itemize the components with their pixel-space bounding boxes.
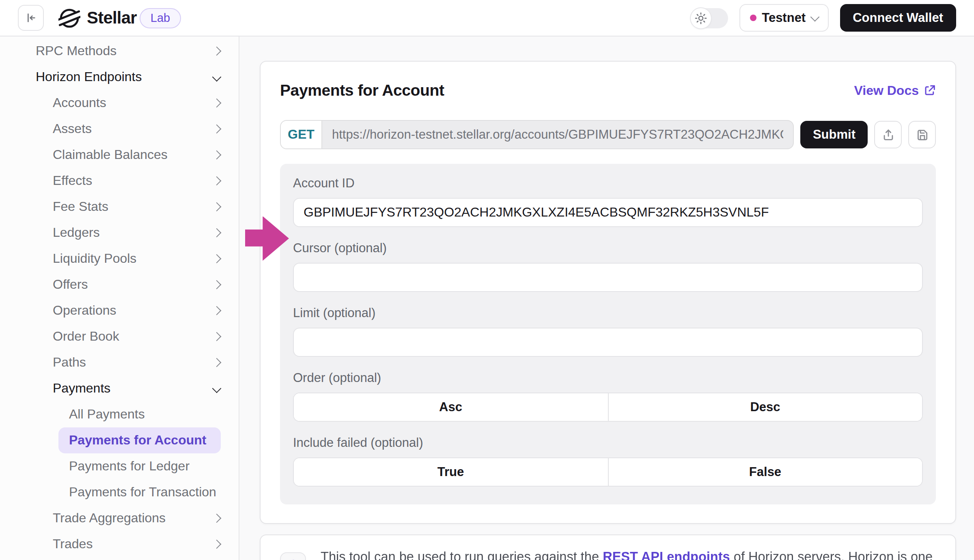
sidebar-item-payments-for-ledger[interactable]: Payments for Ledger: [0, 453, 239, 479]
chevron-icon: [212, 47, 222, 56]
sidebar-item-label: Offers: [53, 277, 88, 292]
info-text: This tool can be used to run queries aga…: [321, 548, 936, 560]
field-label: Order (optional): [293, 370, 923, 386]
chevron-icon: [212, 73, 222, 82]
info-text-before: This tool can be used to run queries aga…: [321, 549, 603, 560]
rest-api-endpoints-link[interactable]: REST API endpoints: [603, 549, 730, 560]
field-limit: Limit (optional): [293, 305, 923, 357]
info-icon-chip: [280, 552, 306, 560]
share-request-button[interactable]: [874, 121, 902, 148]
order-segmented-control: Asc Desc: [293, 393, 923, 422]
sidebar-item-label: Assets: [53, 122, 92, 136]
chevron-down-icon: [810, 12, 819, 21]
app-header: Stellar Lab: [0, 0, 974, 36]
sidebar-item-label: Operations: [53, 303, 116, 318]
sidebar-item-label: Payments: [53, 381, 110, 396]
save-icon: [915, 128, 929, 142]
endpoint-card: Payments for Account View Docs GET: [260, 61, 956, 524]
stellar-logo[interactable]: Stellar: [58, 7, 137, 29]
stellar-logo-icon: [58, 7, 80, 29]
sidebar-item-label: All Payments: [69, 407, 145, 422]
save-request-button[interactable]: [908, 121, 936, 148]
sidebar-item-label: Trade Aggregations: [53, 511, 166, 526]
include-failed-false-button[interactable]: False: [608, 458, 922, 486]
sidebar-item-payments-for-account[interactable]: Payments for Account: [58, 427, 221, 453]
sidebar-item-ledgers[interactable]: Ledgers: [0, 220, 239, 246]
request-row: GET Submit: [280, 120, 936, 149]
sidebar-item-operations[interactable]: Operations: [0, 298, 239, 324]
sidebar-item-paths[interactable]: Paths: [0, 350, 239, 375]
external-link-icon: [924, 84, 936, 97]
sidebar-item-effects[interactable]: Effects: [0, 168, 239, 194]
sidebar-item-offers[interactable]: Offers: [0, 272, 239, 298]
page-title: Payments for Account: [280, 81, 444, 100]
order-asc-button[interactable]: Asc: [294, 393, 608, 421]
sidebar-item-label: Order Book: [53, 329, 119, 344]
sidebar-item-rpc-methods[interactable]: RPC Methods: [0, 38, 239, 64]
field-cursor: Cursor (optional): [293, 240, 923, 292]
sidebar-item-label: Fee Stats: [53, 200, 108, 214]
network-label: Testnet: [762, 11, 806, 25]
sidebar-item-label: Accounts: [53, 96, 106, 110]
sidebar-item-label: Effects: [53, 174, 92, 188]
sidebar-item-label: Payments for Account: [69, 433, 206, 448]
connect-wallet-button[interactable]: Connect Wallet: [840, 4, 956, 32]
sidebar-item-label: RPC Methods: [36, 44, 116, 58]
brand-name: Stellar: [87, 8, 137, 28]
network-status-dot: [750, 15, 756, 21]
theme-toggle[interactable]: [690, 8, 728, 28]
field-label: Account ID: [293, 175, 923, 191]
sidebar-item-payments[interactable]: Payments: [0, 375, 239, 401]
limit-input[interactable]: [293, 328, 923, 357]
request-url-input[interactable]: [322, 121, 793, 148]
header-actions: Testnet Connect Wallet: [690, 4, 956, 32]
sidebar-item-label: Payments for Ledger: [69, 459, 190, 474]
sidebar-item-payments-for-transaction[interactable]: Payments for Transaction: [0, 479, 239, 505]
sidebar-item-liquidity-pools[interactable]: Liquidity Pools: [0, 246, 239, 272]
chevron-icon: [212, 280, 222, 290]
include-failed-true-button[interactable]: True: [294, 458, 608, 486]
sidebar-item-list: RPC Methods Horizon Endpoints Accounts A…: [0, 38, 239, 557]
sidebar-item-assets[interactable]: Assets: [0, 116, 239, 142]
request-params-panel: Account ID Cursor (optional) Limit (opti…: [280, 164, 936, 504]
sidebar-item-label: Ledgers: [53, 225, 100, 240]
sidebar-item-label: Claimable Balances: [53, 148, 168, 162]
field-label: Limit (optional): [293, 305, 923, 321]
cursor-input[interactable]: [293, 263, 923, 292]
request-url-bar: GET: [280, 120, 794, 149]
field-order: Order (optional) Asc Desc: [293, 370, 923, 422]
order-desc-button[interactable]: Desc: [608, 393, 922, 421]
chevron-icon: [212, 99, 222, 108]
chevron-icon: [212, 202, 222, 212]
chevron-icon: [212, 358, 222, 367]
sidebar-item-trades[interactable]: Trades: [0, 531, 239, 557]
sidebar-item-accounts[interactable]: Accounts: [0, 90, 239, 116]
chevron-icon: [212, 514, 222, 523]
sidebar-item-claimable-balances[interactable]: Claimable Balances: [0, 142, 239, 168]
submit-button[interactable]: Submit: [801, 121, 868, 148]
include-failed-segmented-control: True False: [293, 457, 923, 487]
sidebar-item-trade-aggregations[interactable]: Trade Aggregations: [0, 505, 239, 531]
view-docs-link[interactable]: View Docs: [854, 83, 936, 98]
chevron-icon: [212, 254, 222, 264]
sidebar-item-label: Horizon Endpoints: [36, 70, 142, 84]
chevron-icon: [212, 228, 222, 238]
view-docs-label: View Docs: [854, 83, 919, 98]
network-select[interactable]: Testnet: [739, 4, 828, 32]
sun-icon: [694, 12, 707, 24]
sidebar-item-label: Liquidity Pools: [53, 251, 136, 266]
field-label: Cursor (optional): [293, 240, 923, 256]
share-icon: [881, 128, 895, 142]
sidebar-item-fee-stats[interactable]: Fee Stats: [0, 194, 239, 220]
chevron-icon: [212, 150, 222, 160]
stellar-lab-app: Stellar Lab: [0, 0, 974, 560]
sidebar-item-order-book[interactable]: Order Book: [0, 324, 239, 350]
chevron-icon: [212, 384, 222, 393]
account-id-input[interactable]: [293, 198, 923, 227]
chevron-icon: [212, 176, 222, 186]
sidebar-item-all-payments[interactable]: All Payments: [0, 401, 239, 427]
collapse-sidebar-button[interactable]: [18, 5, 44, 31]
collapse-sidebar-icon: [24, 11, 37, 24]
sidebar-item-horizon-endpoints[interactable]: Horizon Endpoints: [0, 64, 239, 90]
main-content: Payments for Account View Docs GET: [239, 36, 974, 560]
